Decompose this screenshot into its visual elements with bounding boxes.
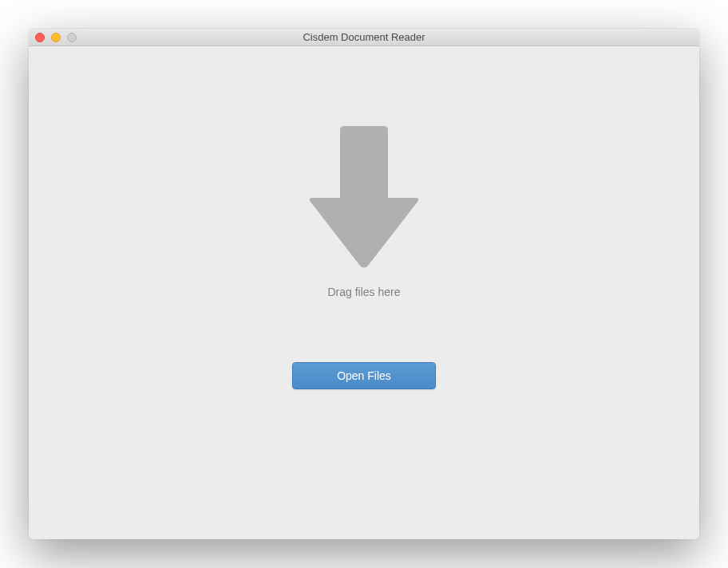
open-files-button-label: Open Files: [337, 369, 391, 382]
drag-files-label: Drag files here: [327, 286, 400, 298]
titlebar: Cisdem Document Reader: [29, 29, 699, 46]
maximize-button[interactable]: [67, 33, 77, 42]
traffic-lights: [29, 33, 77, 42]
window-title: Cisdem Document Reader: [29, 31, 699, 43]
content-area[interactable]: Drag files here Open Files: [29, 46, 699, 539]
close-button[interactable]: [35, 33, 45, 42]
open-files-button[interactable]: Open Files: [292, 362, 436, 389]
app-window: Cisdem Document Reader Drag files here O…: [29, 29, 699, 539]
drop-arrow-icon: [308, 126, 420, 270]
minimize-button[interactable]: [51, 33, 61, 42]
